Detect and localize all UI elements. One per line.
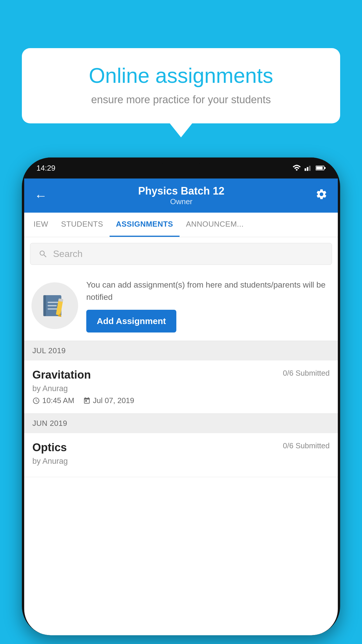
- promo-description: You can add assignment(s) from here and …: [86, 279, 331, 303]
- month-header-jul: JUL 2019: [24, 341, 338, 360]
- assignment-date: Jul 07, 2019: [83, 396, 134, 405]
- assignment-item-top-optics: Optics 0/6 Submitted: [32, 441, 330, 454]
- svg-rect-9: [48, 305, 57, 307]
- assignment-submitted: 0/6 Submitted: [283, 369, 330, 378]
- clock-icon: [32, 397, 40, 405]
- notebook-icon: [42, 293, 68, 319]
- svg-rect-2: [309, 166, 310, 171]
- svg-rect-10: [48, 308, 57, 310]
- phone-screen: ← Physics Batch 12 Owner IEW STUDENTS AS…: [24, 178, 338, 635]
- svg-rect-0: [305, 168, 306, 171]
- svg-rect-5: [324, 167, 326, 169]
- wifi-icon: [292, 165, 301, 171]
- assignment-item-gravitation[interactable]: Gravitation 0/6 Submitted by Anurag 10:4…: [24, 360, 338, 414]
- promo-text-block: You can add assignment(s) from here and …: [86, 279, 331, 332]
- app-header: ← Physics Batch 12 Owner: [24, 178, 338, 213]
- search-input[interactable]: Search: [53, 249, 82, 259]
- assignment-meta: 10:45 AM Jul 07, 2019: [32, 396, 330, 405]
- tab-announcements[interactable]: ANNOUNCEM...: [180, 213, 250, 237]
- month-header-jun: JUN 2019: [24, 414, 338, 433]
- assignment-title-optics: Optics: [32, 441, 67, 454]
- tab-students[interactable]: STUDENTS: [55, 213, 110, 237]
- assignment-item-top: Gravitation 0/6 Submitted: [32, 369, 330, 381]
- svg-rect-4: [316, 167, 323, 169]
- assignment-time: 10:45 AM: [32, 396, 74, 405]
- calendar-icon: [83, 397, 91, 405]
- svg-rect-1: [307, 167, 308, 171]
- settings-button[interactable]: [315, 188, 328, 203]
- tab-iew[interactable]: IEW: [27, 213, 55, 237]
- bubble-title: Online assignments: [39, 64, 323, 87]
- search-bar-container: Search: [24, 237, 338, 271]
- assignment-author-optics: by Anurag: [32, 457, 330, 466]
- status-time: 14:29: [36, 164, 55, 173]
- speech-bubble-card: Online assignments ensure more practice …: [22, 48, 340, 123]
- assignment-time-value: 10:45 AM: [42, 396, 74, 405]
- status-icons: [292, 165, 326, 171]
- svg-rect-7: [43, 295, 46, 316]
- gear-icon: [315, 188, 328, 200]
- promo-block: You can add assignment(s) from here and …: [24, 271, 338, 341]
- tabs-bar: IEW STUDENTS ASSIGNMENTS ANNOUNCEM...: [24, 213, 338, 237]
- bubble-subtitle: ensure more practice for your students: [39, 94, 323, 106]
- assignment-item-optics[interactable]: Optics 0/6 Submitted by Anurag: [24, 433, 338, 477]
- header-title: Physics Batch 12: [47, 185, 315, 197]
- assignment-title: Gravitation: [32, 369, 91, 381]
- header-title-block: Physics Batch 12 Owner: [47, 185, 315, 206]
- svg-rect-8: [48, 302, 59, 303]
- promo-icon-circle: [31, 282, 78, 329]
- phone-frame: 14:29 ← Physics Batch: [22, 158, 340, 635]
- battery-icon: [316, 165, 326, 171]
- assignment-date-value: Jul 07, 2019: [93, 396, 134, 405]
- search-icon: [38, 249, 48, 259]
- header-subtitle: Owner: [47, 197, 315, 206]
- add-assignment-button[interactable]: Add Assignment: [86, 310, 176, 332]
- back-button[interactable]: ←: [34, 189, 47, 202]
- assignment-submitted-optics: 0/6 Submitted: [283, 441, 330, 450]
- search-bar[interactable]: Search: [30, 243, 332, 265]
- signal-icon: [305, 165, 312, 171]
- phone-notch: [162, 158, 200, 170]
- tab-assignments[interactable]: ASSIGNMENTS: [110, 213, 180, 237]
- assignment-author: by Anurag: [32, 384, 330, 393]
- status-bar: 14:29: [22, 158, 340, 178]
